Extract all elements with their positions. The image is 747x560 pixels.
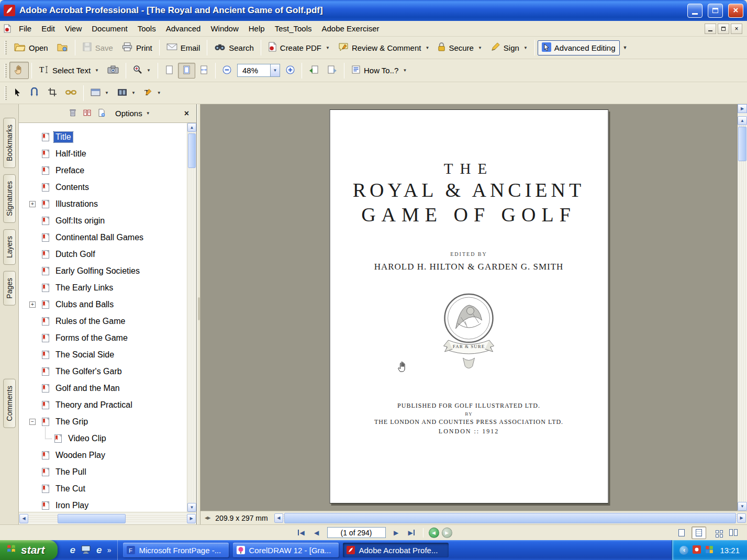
menu-tools[interactable]: Tools [133,22,161,35]
scroll-up-icon[interactable]: ▲ [738,116,747,125]
start-button[interactable]: start [0,540,58,560]
select-text-button[interactable]: T Select Text ▼ [35,63,103,78]
advanced-editing-button[interactable]: Advanced Editing [538,40,620,55]
new-bookmark-icon[interactable] [98,108,105,119]
create-pdf-button[interactable]: Create PDF ▼ [264,40,334,55]
expand-current-bookmark-icon[interactable] [83,109,92,118]
bookmark-item[interactable]: The Social Side [19,346,187,363]
fit-width-button[interactable] [195,63,213,79]
chevron-down-icon[interactable]: ▼ [523,46,528,50]
actual-size-button[interactable] [161,63,178,79]
tray-grid-icon[interactable] [705,545,713,555]
form-tool-button[interactable]: ▼ [86,86,113,100]
scrollbar-track[interactable] [283,513,737,523]
scroll-left-icon[interactable]: ◀ [274,513,283,523]
mdi-close-button[interactable]: × [731,24,742,34]
mdi-minimize-button[interactable] [705,24,716,34]
tab-layers[interactable]: Layers [3,229,16,265]
expand-plus-icon[interactable]: + [29,201,36,207]
menu-help[interactable]: Help [244,22,270,35]
menu-document[interactable]: Document [87,22,132,35]
how-to-button[interactable]: How To..? ▼ [347,63,411,78]
crop-tool-button[interactable] [43,85,61,100]
menu-advanced[interactable]: Advanced [161,22,206,35]
show-desktop-icon[interactable] [81,545,91,556]
tab-comments[interactable]: Comments [3,379,16,428]
first-page-button[interactable]: ◀ [295,527,308,539]
zoom-in-button[interactable] [282,63,299,78]
bookmark-item[interactable]: Early Golfing Societies [19,263,187,279]
article-tool-button[interactable] [25,85,43,100]
task-frontpage[interactable]: F Microsoft FrontPage -... [123,543,229,557]
previous-page-button[interactable]: ◀ [310,527,323,539]
previous-view-history-button[interactable]: ◀ [429,528,439,538]
tray-app-icon[interactable] [693,545,701,555]
close-panel-button[interactable]: × [182,109,191,118]
minimize-button[interactable] [687,4,703,18]
bookmark-item[interactable]: The Cut [19,480,187,497]
scrollbar-thumb[interactable] [58,514,126,523]
scroll-up-icon[interactable]: ▲ [187,123,196,132]
tab-signatures[interactable]: Signatures [3,174,16,223]
tray-collapse-icon[interactable]: ‹ [679,546,688,555]
next-view-history-button[interactable]: ▶ [442,528,452,538]
menu-adobe-exerciser[interactable]: Adobe Exerciser [317,22,384,35]
toolbar-grip[interactable] [5,86,7,100]
bookmark-item[interactable]: Title [19,129,187,145]
chevron-down-icon[interactable]: ▼ [270,64,280,76]
bookmark-item[interactable]: Preface [19,162,187,179]
bookmark-item[interactable]: Rules of the Game [19,313,187,330]
bookmark-item[interactable]: Video Clip [19,430,187,447]
link-tool-button[interactable] [61,86,81,99]
review-comment-button[interactable]: Review & Comment ▼ [334,40,433,55]
scrollbar-track[interactable] [187,132,196,503]
continuous-facing-layout-button[interactable] [709,527,723,539]
scroll-right-icon[interactable]: ▶ [187,514,196,523]
chevron-down-icon[interactable]: ▼ [147,68,151,73]
menu-edit[interactable]: Edit [37,22,60,35]
movie-tool-button[interactable]: ▼ [113,86,140,100]
email-button[interactable]: Email [162,41,205,54]
restore-button[interactable] [708,4,723,18]
document-horizontal-scrollbar[interactable]: ◀ ▶ [274,512,746,524]
scroll-down-icon[interactable]: ▼ [187,503,196,512]
scroll-left-icon[interactable]: ◀ [19,514,28,523]
hand-tool-button[interactable] [9,62,29,79]
pane-expand-icon[interactable]: ▶ [738,104,747,113]
panel-horizontal-scrollbar[interactable]: ◀ ▶ [19,512,196,524]
snapshot-tool-button[interactable] [103,63,123,77]
bookmark-item[interactable]: Continental Ball Games [19,229,187,246]
print-button[interactable]: Print [117,40,157,55]
chevron-down-icon[interactable]: ▼ [403,68,407,73]
open-button[interactable]: Open [9,40,52,55]
panel-vertical-scrollbar[interactable]: ▲ ▼ [187,123,196,512]
tab-bookmarks[interactable]: Bookmarks [3,118,16,168]
chevron-down-icon[interactable]: ▼ [326,46,330,50]
collapse-minus-icon[interactable]: − [29,419,36,425]
bookmark-item[interactable]: Forms of the Game [19,330,187,346]
bookmark-item[interactable]: +Illustrations [19,196,187,212]
document-vertical-scrollbar[interactable]: ▶ ▲ ▼ [737,104,747,511]
scrollbar-track[interactable] [28,514,187,523]
bookmark-item[interactable]: −The Grip [19,413,187,430]
bookmark-item[interactable]: +Clubs and Balls [19,296,187,313]
scrollbar-thumb[interactable] [188,133,196,168]
touchup-text-tool-button[interactable]: T ▼ [140,86,165,100]
organizer-button[interactable] [52,40,72,55]
document-canvas[interactable]: THE ROYAL & ANCIENT GAME OF GOLF EDITED … [200,104,737,511]
chevron-down-icon[interactable]: ▼ [478,46,482,50]
fit-page-button[interactable] [178,63,195,79]
sign-button[interactable]: Sign ▼ [486,40,532,55]
bookmark-item[interactable]: Golf and the Man [19,380,187,397]
menu-view[interactable]: View [60,22,86,35]
page-number-field[interactable]: (1 of 294) [327,527,386,538]
bookmark-item[interactable]: Half-title [19,145,187,162]
menu-test-tools[interactable]: Test_Tools [270,22,317,35]
search-button[interactable]: Search [210,40,258,55]
mdi-restore-button[interactable] [718,24,729,34]
close-button[interactable]: × [728,4,743,18]
menu-file[interactable]: File [14,22,36,35]
chevron-down-icon[interactable]: ▼ [131,91,136,95]
task-acrobat[interactable]: Adobe Acrobat Profe... [343,543,449,557]
scrollbar-thumb[interactable] [284,513,736,523]
